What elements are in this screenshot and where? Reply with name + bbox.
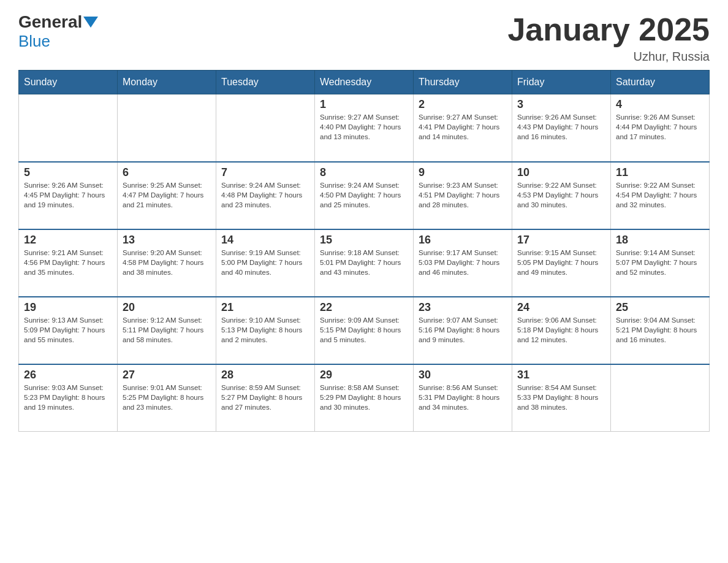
day-number: 10 <box>517 166 605 179</box>
day-info: Sunrise: 9:12 AM Sunset: 5:11 PM Dayligh… <box>123 315 211 345</box>
day-info: Sunrise: 9:24 AM Sunset: 4:48 PM Dayligh… <box>221 180 309 210</box>
calendar-cell: 23Sunrise: 9:07 AM Sunset: 5:16 PM Dayli… <box>414 297 512 364</box>
calendar-cell: 20Sunrise: 9:12 AM Sunset: 5:11 PM Dayli… <box>118 297 216 364</box>
day-number: 28 <box>221 369 309 381</box>
day-info: Sunrise: 9:10 AM Sunset: 5:13 PM Dayligh… <box>221 315 309 345</box>
day-number: 14 <box>221 234 309 247</box>
day-info: Sunrise: 9:07 AM Sunset: 5:16 PM Dayligh… <box>419 315 507 345</box>
day-number: 20 <box>123 301 211 314</box>
day-info: Sunrise: 9:13 AM Sunset: 5:09 PM Dayligh… <box>24 315 112 345</box>
calendar-week-5: 26Sunrise: 9:03 AM Sunset: 5:23 PM Dayli… <box>19 364 710 432</box>
day-info: Sunrise: 9:14 AM Sunset: 5:07 PM Dayligh… <box>616 248 704 277</box>
header-cell-tuesday: Tuesday <box>216 71 315 94</box>
header-cell-friday: Friday <box>512 71 611 94</box>
calendar-week-3: 12Sunrise: 9:21 AM Sunset: 4:56 PM Dayli… <box>19 229 710 297</box>
day-info: Sunrise: 9:27 AM Sunset: 4:40 PM Dayligh… <box>320 112 408 142</box>
day-number: 5 <box>24 166 112 179</box>
day-info: Sunrise: 9:25 AM Sunset: 4:47 PM Dayligh… <box>123 180 211 210</box>
day-info: Sunrise: 8:59 AM Sunset: 5:27 PM Dayligh… <box>221 383 309 412</box>
day-number: 3 <box>517 98 605 111</box>
day-info: Sunrise: 9:17 AM Sunset: 5:03 PM Dayligh… <box>419 248 507 277</box>
calendar-header: SundayMondayTuesdayWednesdayThursdayFrid… <box>19 71 710 94</box>
day-number: 21 <box>221 301 309 314</box>
calendar-cell: 13Sunrise: 9:20 AM Sunset: 4:58 PM Dayli… <box>118 229 216 297</box>
day-info: Sunrise: 8:56 AM Sunset: 5:31 PM Dayligh… <box>419 383 507 412</box>
day-number: 2 <box>419 98 507 111</box>
calendar-cell: 28Sunrise: 8:59 AM Sunset: 5:27 PM Dayli… <box>216 364 315 432</box>
page-header: General Blue January 2025 Uzhur, Russia <box>18 12 710 64</box>
day-number: 23 <box>419 301 507 314</box>
header-cell-sunday: Sunday <box>19 71 118 94</box>
day-info: Sunrise: 9:15 AM Sunset: 5:05 PM Dayligh… <box>517 248 605 277</box>
calendar-cell: 12Sunrise: 9:21 AM Sunset: 4:56 PM Dayli… <box>19 229 118 297</box>
header-cell-monday: Monday <box>118 71 216 94</box>
calendar-cell: 17Sunrise: 9:15 AM Sunset: 5:05 PM Dayli… <box>512 229 611 297</box>
calendar-cell <box>118 94 216 162</box>
calendar-cell: 31Sunrise: 8:54 AM Sunset: 5:33 PM Dayli… <box>512 364 611 432</box>
day-info: Sunrise: 9:09 AM Sunset: 5:15 PM Dayligh… <box>320 315 408 345</box>
day-number: 13 <box>123 234 211 247</box>
calendar-body: 1Sunrise: 9:27 AM Sunset: 4:40 PM Daylig… <box>19 94 710 432</box>
day-info: Sunrise: 9:23 AM Sunset: 4:51 PM Dayligh… <box>419 180 507 210</box>
calendar-cell: 10Sunrise: 9:22 AM Sunset: 4:53 PM Dayli… <box>512 162 611 229</box>
day-info: Sunrise: 9:24 AM Sunset: 4:50 PM Dayligh… <box>320 180 408 210</box>
day-number: 19 <box>24 301 112 314</box>
day-number: 8 <box>320 166 408 179</box>
day-number: 18 <box>616 234 704 247</box>
day-info: Sunrise: 9:22 AM Sunset: 4:53 PM Dayligh… <box>517 180 605 210</box>
calendar-cell: 1Sunrise: 9:27 AM Sunset: 4:40 PM Daylig… <box>315 94 414 162</box>
day-number: 4 <box>616 98 704 111</box>
day-number: 16 <box>419 234 507 247</box>
day-info: Sunrise: 9:22 AM Sunset: 4:54 PM Dayligh… <box>616 180 704 210</box>
calendar-cell: 29Sunrise: 8:58 AM Sunset: 5:29 PM Dayli… <box>315 364 414 432</box>
logo-blue-text: Blue <box>18 32 50 51</box>
calendar-cell <box>611 364 710 432</box>
day-info: Sunrise: 9:18 AM Sunset: 5:01 PM Dayligh… <box>320 248 408 277</box>
day-number: 6 <box>123 166 211 179</box>
day-number: 29 <box>320 369 408 381</box>
calendar-cell: 26Sunrise: 9:03 AM Sunset: 5:23 PM Dayli… <box>19 364 118 432</box>
day-info: Sunrise: 9:03 AM Sunset: 5:23 PM Dayligh… <box>24 383 112 412</box>
day-info: Sunrise: 9:21 AM Sunset: 4:56 PM Dayligh… <box>24 248 112 277</box>
header-cell-thursday: Thursday <box>414 71 512 94</box>
day-info: Sunrise: 9:19 AM Sunset: 5:00 PM Dayligh… <box>221 248 309 277</box>
day-number: 25 <box>616 301 704 314</box>
calendar-cell: 25Sunrise: 9:04 AM Sunset: 5:21 PM Dayli… <box>611 297 710 364</box>
calendar-cell: 27Sunrise: 9:01 AM Sunset: 5:25 PM Dayli… <box>118 364 216 432</box>
calendar-cell: 15Sunrise: 9:18 AM Sunset: 5:01 PM Dayli… <box>315 229 414 297</box>
calendar-title: January 2025 <box>507 12 710 47</box>
calendar-cell: 18Sunrise: 9:14 AM Sunset: 5:07 PM Dayli… <box>611 229 710 297</box>
logo-general-text: General <box>18 12 82 32</box>
logo-triangle-icon <box>83 17 98 28</box>
calendar-subtitle: Uzhur, Russia <box>507 50 710 64</box>
day-info: Sunrise: 9:20 AM Sunset: 4:58 PM Dayligh… <box>123 248 211 277</box>
calendar-table: SundayMondayTuesdayWednesdayThursdayFrid… <box>18 70 710 432</box>
calendar-cell: 6Sunrise: 9:25 AM Sunset: 4:47 PM Daylig… <box>118 162 216 229</box>
day-info: Sunrise: 9:26 AM Sunset: 4:43 PM Dayligh… <box>517 112 605 142</box>
calendar-week-2: 5Sunrise: 9:26 AM Sunset: 4:45 PM Daylig… <box>19 162 710 229</box>
header-cell-saturday: Saturday <box>611 71 710 94</box>
day-number: 30 <box>419 369 507 381</box>
title-section: January 2025 Uzhur, Russia <box>507 12 710 64</box>
calendar-cell: 9Sunrise: 9:23 AM Sunset: 4:51 PM Daylig… <box>414 162 512 229</box>
day-info: Sunrise: 9:06 AM Sunset: 5:18 PM Dayligh… <box>517 315 605 345</box>
calendar-cell: 24Sunrise: 9:06 AM Sunset: 5:18 PM Dayli… <box>512 297 611 364</box>
calendar-week-4: 19Sunrise: 9:13 AM Sunset: 5:09 PM Dayli… <box>19 297 710 364</box>
day-number: 17 <box>517 234 605 247</box>
day-number: 15 <box>320 234 408 247</box>
day-info: Sunrise: 9:26 AM Sunset: 4:44 PM Dayligh… <box>616 112 704 142</box>
calendar-cell: 7Sunrise: 9:24 AM Sunset: 4:48 PM Daylig… <box>216 162 315 229</box>
day-info: Sunrise: 8:58 AM Sunset: 5:29 PM Dayligh… <box>320 383 408 412</box>
calendar-cell: 30Sunrise: 8:56 AM Sunset: 5:31 PM Dayli… <box>414 364 512 432</box>
calendar-cell <box>19 94 118 162</box>
day-number: 24 <box>517 301 605 314</box>
calendar-cell: 5Sunrise: 9:26 AM Sunset: 4:45 PM Daylig… <box>19 162 118 229</box>
day-info: Sunrise: 8:54 AM Sunset: 5:33 PM Dayligh… <box>517 383 605 412</box>
day-info: Sunrise: 9:04 AM Sunset: 5:21 PM Dayligh… <box>616 315 704 345</box>
calendar-cell <box>216 94 315 162</box>
day-number: 22 <box>320 301 408 314</box>
day-number: 9 <box>419 166 507 179</box>
calendar-cell: 16Sunrise: 9:17 AM Sunset: 5:03 PM Dayli… <box>414 229 512 297</box>
calendar-cell: 21Sunrise: 9:10 AM Sunset: 5:13 PM Dayli… <box>216 297 315 364</box>
day-number: 1 <box>320 98 408 111</box>
